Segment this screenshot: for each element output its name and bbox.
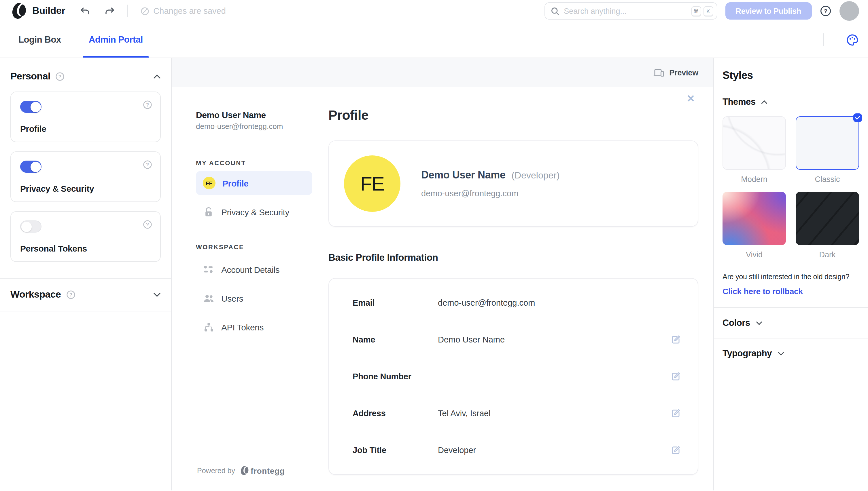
help-icon[interactable]: ? — [820, 5, 831, 17]
theme-thumbnail-dark[interactable] — [796, 192, 859, 245]
basic-profile-card: Email demo-user@frontegg.com Name Demo U… — [328, 278, 698, 475]
nav-item-label: Privacy & Security — [221, 207, 289, 217]
sidebar-divider — [0, 278, 171, 279]
global-search[interactable]: ⌘ K — [544, 2, 717, 20]
field-value: demo-user@frontegg.com — [438, 298, 680, 307]
theme-thumbnail-vivid[interactable] — [723, 192, 786, 245]
preview-label: Preview — [669, 68, 698, 77]
selected-check-icon — [853, 113, 862, 122]
field-label: Email — [353, 298, 438, 307]
close-icon[interactable]: ✕ — [687, 94, 695, 104]
edit-icon[interactable] — [671, 409, 680, 418]
search-input[interactable] — [564, 7, 686, 15]
workspace-expand-chevron-down-icon[interactable] — [153, 292, 161, 297]
field-label: Name — [353, 335, 438, 344]
frontegg-brand: frontegg — [240, 466, 284, 475]
theme-option-vivid[interactable]: Vivid — [723, 192, 786, 259]
field-value: Developer — [438, 445, 671, 455]
api-tokens-icon — [203, 322, 214, 332]
sidebar-divider — [0, 311, 171, 311]
lock-icon — [203, 206, 214, 217]
theme-option-classic[interactable]: Classic — [796, 116, 859, 184]
nav-section-workspace: WORKSPACE — [196, 243, 312, 251]
colors-section-header[interactable]: Colors — [723, 308, 859, 338]
palette-icon[interactable] — [845, 33, 859, 46]
typography-title: Typography — [723, 348, 772, 358]
devices-icon — [653, 68, 664, 77]
feature-card-privacy-security: ? Privacy & Security — [10, 151, 161, 202]
styles-title: Styles — [723, 69, 859, 82]
themes-collapse-chevron-up-icon — [761, 100, 768, 104]
themes-title: Themes — [723, 97, 756, 107]
field-label: Phone Number — [353, 372, 438, 381]
frontegg-brand-name: frontegg — [251, 466, 284, 475]
users-icon — [203, 294, 214, 302]
builder-app: Builder Changes are saved — [0, 0, 868, 491]
personal-section-header: Personal ? — [10, 71, 161, 82]
nav-item-account-details[interactable]: Account Details — [196, 257, 312, 282]
redo-icon[interactable] — [105, 7, 115, 15]
personal-tokens-help-icon[interactable]: ? — [143, 220, 152, 229]
svg-text:?: ? — [69, 292, 72, 297]
colors-title: Colors — [723, 318, 750, 328]
personal-section-title: Personal — [10, 71, 50, 82]
svg-text:?: ? — [146, 162, 149, 168]
tabs-divider — [823, 33, 824, 46]
cmd-key-badge: ⌘ — [691, 6, 701, 16]
workspace-help-icon[interactable]: ? — [66, 290, 75, 299]
frontegg-egg-icon — [240, 466, 249, 475]
personal-tokens-toggle[interactable] — [20, 221, 42, 233]
user-initials-badge: FE — [203, 177, 216, 190]
typography-section-header[interactable]: Typography — [723, 339, 859, 368]
theme-option-dark[interactable]: Dark — [796, 192, 859, 259]
nav-section-my-account: MY ACCOUNT — [196, 160, 312, 166]
saved-slash-icon — [141, 7, 149, 15]
review-to-publish-button[interactable]: Review to Publish — [725, 2, 812, 20]
profile-content: Profile FE Demo User Name (Developer) de… — [328, 108, 698, 475]
typography-expand-chevron-down-icon — [778, 351, 784, 355]
rollback-link[interactable]: Click here to rollback — [723, 287, 859, 296]
admin-portal-preview-modal: ✕ Demo User Name demo-user@frontegg.com … — [172, 87, 713, 490]
feature-card-profile: ? Profile — [10, 91, 161, 142]
workspace-section-header: Workspace ? — [10, 289, 161, 300]
save-status: Changes are saved — [141, 6, 226, 16]
theme-option-modern[interactable]: Modern — [723, 116, 786, 184]
frontegg-logo-icon — [11, 2, 27, 20]
nav-item-profile[interactable]: FE Profile — [196, 171, 312, 195]
nav-item-users[interactable]: Users — [196, 286, 312, 310]
workspace-section-title: Workspace — [10, 289, 61, 300]
themes-header[interactable]: Themes — [723, 97, 859, 107]
field-row-phone-number: Phone Number — [329, 358, 698, 395]
edit-icon[interactable] — [671, 335, 680, 344]
edit-icon[interactable] — [671, 372, 680, 381]
user-avatar[interactable] — [839, 1, 859, 21]
feature-card-personal-tokens: ? Personal Tokens — [10, 211, 161, 262]
styles-panel: Styles Themes Modern Classic — [713, 58, 868, 490]
product-tabs: Login Box Admin Portal — [0, 22, 868, 58]
personal-help-icon[interactable]: ? — [56, 72, 65, 81]
privacy-security-help-icon[interactable]: ? — [143, 160, 152, 169]
theme-thumbnail-modern[interactable] — [723, 116, 786, 170]
tab-admin-portal[interactable]: Admin Portal — [86, 22, 145, 58]
edit-icon[interactable] — [671, 445, 680, 455]
theme-grid: Modern Classic Vivid Dark — [723, 116, 859, 267]
profile-toggle[interactable] — [20, 101, 42, 113]
app-title: Builder — [32, 5, 65, 17]
undo-icon[interactable] — [80, 7, 90, 15]
theme-thumbnail-classic[interactable] — [796, 116, 859, 170]
field-label: Address — [353, 409, 438, 418]
svg-text:?: ? — [146, 102, 149, 108]
colors-expand-chevron-down-icon — [756, 321, 762, 325]
basic-profile-section-title: Basic Profile Information — [328, 252, 698, 263]
personal-collapse-chevron-up-icon[interactable] — [153, 74, 161, 79]
profile-help-icon[interactable]: ? — [143, 100, 152, 109]
portal-user-name: Demo User Name — [196, 110, 312, 120]
tab-login-box[interactable]: Login Box — [16, 22, 63, 58]
nav-item-privacy-security[interactable]: Privacy & Security — [196, 200, 312, 224]
privacy-security-toggle[interactable] — [20, 161, 42, 173]
search-icon — [550, 7, 559, 15]
nav-item-label: Users — [221, 293, 243, 303]
profile-user-email: demo-user@frontegg.com — [421, 189, 560, 198]
page-title: Profile — [328, 108, 698, 123]
nav-item-api-tokens[interactable]: API Tokens — [196, 315, 312, 339]
